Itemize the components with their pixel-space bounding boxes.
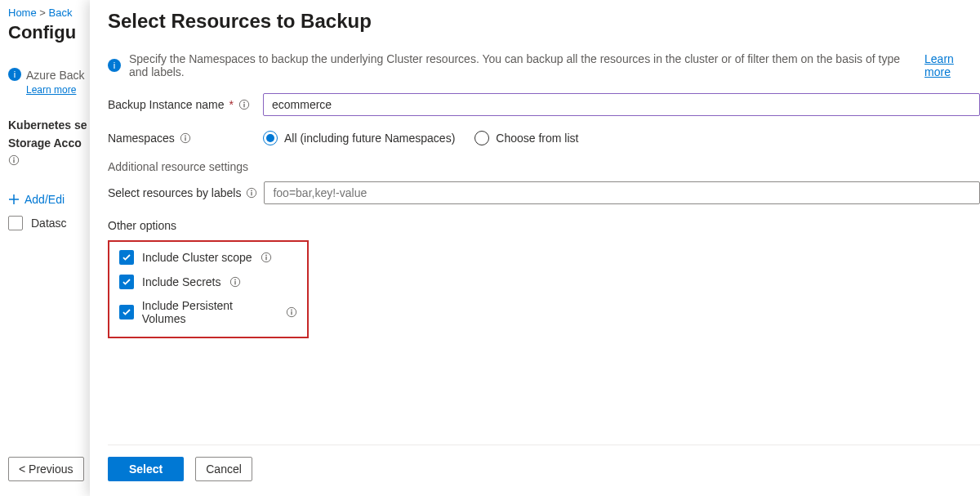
svg-point-17 (265, 255, 267, 257)
svg-rect-15 (252, 192, 252, 195)
breadcrumb-sep: > (39, 7, 46, 19)
page-title: Configu (8, 22, 98, 43)
check-icon (122, 277, 131, 287)
svg-rect-24 (291, 311, 292, 315)
add-edit-label: Add/Edi (24, 193, 65, 206)
info-outline-icon[interactable] (180, 132, 191, 144)
svg-point-3 (13, 158, 15, 159)
panel-learn-more[interactable]: Learn more (924, 52, 980, 78)
select-button[interactable]: Select (108, 457, 184, 481)
previous-button[interactable]: < Previous (8, 457, 84, 481)
checkbox-cluster-scope[interactable] (119, 250, 134, 265)
svg-point-20 (234, 279, 236, 281)
checkbox-cluster-label: Include Cluster scope (142, 251, 252, 264)
svg-point-23 (291, 310, 292, 311)
backup-name-label: Backup Instance name (108, 98, 224, 111)
add-edit-button[interactable]: Add/Edi (8, 193, 98, 206)
namespaces-label: Namespaces (108, 132, 175, 145)
bg-learn-more[interactable]: Learn more (26, 84, 76, 96)
info-icon: i (108, 59, 121, 72)
svg-point-11 (185, 136, 186, 137)
bg-storage-label: Storage Acco (8, 136, 98, 150)
select-resources-panel: Select Resources to Backup i Specify the… (90, 0, 980, 496)
svg-text:i: i (14, 69, 16, 79)
breadcrumb: Home > Back (8, 7, 98, 19)
info-outline-icon[interactable] (238, 99, 250, 110)
svg-rect-4 (13, 159, 14, 163)
labels-input[interactable] (264, 181, 980, 204)
panel-info-text: Specify the Namespaces to backup the und… (129, 52, 916, 78)
info-outline-icon[interactable] (261, 252, 272, 263)
svg-rect-12 (185, 137, 185, 141)
radio-all-label: All (including future Namespaces) (284, 132, 455, 145)
datasource-checkbox[interactable] (8, 216, 23, 230)
additional-settings-heading: Additional resource settings (108, 160, 980, 173)
svg-point-8 (243, 102, 245, 104)
required-asterisk: * (229, 98, 233, 111)
breadcrumb-home[interactable]: Home (8, 7, 37, 19)
select-by-labels-label: Select resources by labels (108, 186, 241, 199)
bg-k8s-label: Kubernetes se (8, 118, 98, 132)
info-outline-icon[interactable] (229, 276, 241, 288)
svg-rect-18 (265, 257, 266, 260)
svg-point-14 (252, 190, 253, 192)
datasource-label: Datasc (31, 217, 67, 230)
checkbox-secrets-label: Include Secrets (142, 275, 221, 288)
info-outline-icon[interactable] (286, 306, 297, 318)
checkbox-secrets[interactable] (119, 275, 134, 289)
checkbox-pv[interactable] (119, 305, 134, 319)
bg-info-text: Azure Back (26, 68, 85, 83)
radio-all-namespaces[interactable]: All (including future Namespaces) (263, 131, 455, 145)
backup-name-input[interactable] (263, 93, 980, 116)
svg-rect-9 (243, 104, 244, 107)
check-icon (122, 307, 131, 317)
cancel-button[interactable]: Cancel (195, 457, 252, 481)
checkbox-pv-label: Include Persistent Volumes (142, 299, 278, 325)
other-options-heading: Other options (108, 219, 980, 232)
info-outline-icon[interactable] (246, 187, 257, 199)
radio-icon (474, 131, 489, 145)
radio-choose-label: Choose from list (496, 132, 578, 145)
info-outline-icon (8, 154, 20, 166)
check-icon (122, 252, 131, 262)
svg-rect-21 (234, 281, 235, 284)
info-icon: i (8, 68, 21, 81)
breadcrumb-back[interactable]: Back (49, 7, 73, 19)
svg-text:i: i (114, 60, 115, 70)
panel-title: Select Resources to Backup (108, 10, 980, 33)
radio-choose-list[interactable]: Choose from list (474, 131, 578, 145)
radio-icon (263, 131, 278, 145)
plus-icon (8, 194, 20, 205)
other-options-highlight: Include Cluster scope Include Secrets In… (108, 240, 309, 338)
